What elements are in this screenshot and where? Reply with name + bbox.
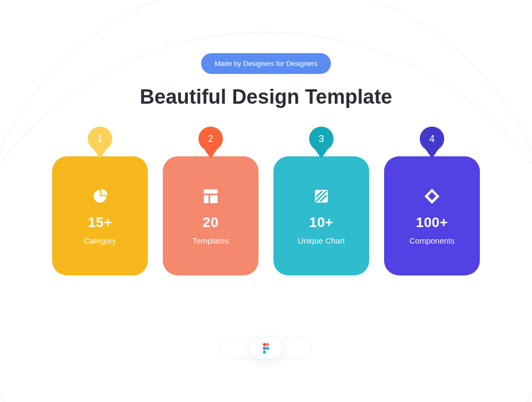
figma-chip <box>249 337 283 359</box>
pin-4: 4 <box>420 127 444 151</box>
card-category: 1 15+ Category <box>52 156 148 275</box>
pin-number: 4 <box>429 133 435 145</box>
pin-2: 2 <box>198 127 223 151</box>
stat-label: Templates <box>193 236 229 245</box>
svg-rect-2 <box>204 195 209 203</box>
svg-point-10 <box>263 343 266 346</box>
svg-rect-3 <box>210 195 218 203</box>
stat-card: 15+ Category <box>52 156 148 275</box>
svg-point-11 <box>266 343 269 346</box>
diamond-icon <box>422 187 442 206</box>
stat-card: 100+ Components <box>384 156 480 275</box>
svg-point-14 <box>263 350 266 354</box>
tagline-pill: Made by Designers for Designers <box>201 53 331 74</box>
pin-3: 3 <box>309 127 334 151</box>
stat-card: 10+ Unique Chart <box>273 156 369 275</box>
pin-number: 1 <box>97 133 103 145</box>
stripes-icon <box>312 187 331 206</box>
stat-label: Unique Chart <box>298 236 345 245</box>
card-templates: 2 20 Templates <box>163 156 259 275</box>
stat-label: Components <box>409 236 454 245</box>
figma-icon <box>262 342 270 354</box>
svg-point-12 <box>263 347 266 350</box>
stat-value: 20 <box>203 214 219 231</box>
card-components: 4 100+ Components <box>384 156 480 275</box>
stat-label: Category <box>84 236 117 245</box>
stat-value: 10+ <box>309 214 334 231</box>
pin-number: 2 <box>208 133 213 145</box>
stat-value: 15+ <box>88 214 112 231</box>
svg-rect-1 <box>204 189 218 194</box>
layout-icon <box>201 187 220 206</box>
stat-card: 20 Templates <box>163 156 259 275</box>
footer-logos <box>215 337 317 359</box>
cards-row: 1 15+ Category 2 20 <box>0 156 532 275</box>
pin-1: 1 <box>88 127 112 151</box>
card-unique-chart: 3 10+ Unique Chart <box>273 156 369 275</box>
svg-point-13 <box>266 347 269 350</box>
stat-value: 100+ <box>416 214 448 231</box>
pie-icon <box>90 187 110 206</box>
page-title: Beautiful Design Template <box>140 86 392 108</box>
pin-number: 3 <box>319 133 324 145</box>
